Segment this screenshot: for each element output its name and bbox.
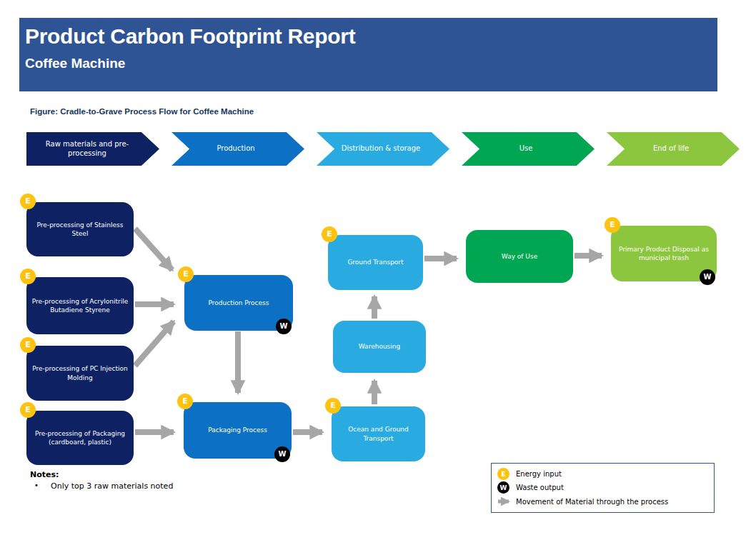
node-label: Pre-processing of Packaging (cardboard, … <box>31 429 129 446</box>
legend-movement-label: Movement of Material through the process <box>516 498 668 506</box>
node-preprocessing-stainless-steel: E Pre-processing of Stainless Steel <box>26 202 134 256</box>
node-ocean-and-ground-transport: E Ocean and Ground Transport <box>332 406 425 461</box>
waste-output-badge: W <box>274 446 290 462</box>
node-label: Pre-processing of PC Injection Molding <box>31 364 129 381</box>
energy-input-icon: E <box>497 468 509 480</box>
node-label: Primary Product Disposal as municipal tr… <box>615 245 712 262</box>
legend-waste-label: Waste output <box>516 484 564 491</box>
energy-input-badge: E <box>605 217 620 233</box>
node-warehousing: Warehousing <box>333 321 426 373</box>
legend-energy-icon-wrap: E <box>497 468 516 480</box>
waste-output-badge: W <box>276 319 292 334</box>
node-preprocessing-abs: E Pre-processing of Acrylonitrile Butadi… <box>26 277 134 334</box>
energy-input-badge: E <box>177 394 193 409</box>
node-label: Packaging Process <box>208 426 267 434</box>
node-primary-product-disposal: E Primary Product Disposal as municipal … <box>611 226 717 281</box>
energy-input-badge: E <box>325 398 341 414</box>
arrow-pc-to-production <box>135 321 174 366</box>
node-packaging-process: E Packaging Process W <box>184 402 292 459</box>
node-label: Pre-processing of Acrylonitrile Butadien… <box>31 297 129 314</box>
notes-item: • Only top 3 raw materials noted <box>30 481 173 491</box>
node-label: Pre-processing of Stainless Steel <box>31 221 129 238</box>
legend-row-waste: W Waste output <box>497 481 708 494</box>
waste-output-badge: W <box>700 269 715 285</box>
node-ground-transport: E Ground Transport <box>328 235 423 290</box>
energy-input-badge: E <box>20 337 36 353</box>
node-way-of-use: Way of Use <box>466 230 573 283</box>
legend-energy-label: Energy input <box>516 470 562 478</box>
arrow-stainless-to-production <box>135 229 172 270</box>
notes-heading: Notes: <box>30 470 173 479</box>
movement-arrow-glyph <box>497 497 514 506</box>
movement-arrow-icon <box>497 497 516 506</box>
node-label: Way of Use <box>502 252 537 261</box>
node-production-process: E Production Process W <box>184 275 293 331</box>
node-label: Ocean and Ground Transport <box>336 425 421 442</box>
energy-input-badge: E <box>178 266 194 282</box>
node-preprocessing-pc-injection-molding: E Pre-processing of PC Injection Molding <box>26 346 134 401</box>
energy-input-badge: E <box>20 402 36 418</box>
notes-item-text: Only top 3 raw materials noted <box>51 481 173 491</box>
node-label: Warehousing <box>359 342 400 351</box>
legend-box: E Energy input W Waste output Movement o… <box>491 463 715 513</box>
legend-row-movement: Movement of Material through the process <box>497 495 708 509</box>
bullet-glyph: • <box>34 481 41 491</box>
waste-output-icon: W <box>497 481 509 494</box>
node-label: Production Process <box>209 299 269 307</box>
energy-input-badge: E <box>322 226 337 242</box>
node-preprocessing-packaging: E Pre-processing of Packaging (cardboard… <box>26 411 134 465</box>
notes-block: Notes: • Only top 3 raw materials noted <box>30 470 173 491</box>
report-page: Product Carbon Footprint Report Coffee M… <box>0 0 756 540</box>
node-label: Ground Transport <box>347 258 403 266</box>
legend-row-energy: E Energy input <box>497 467 708 481</box>
energy-input-badge: E <box>20 194 36 209</box>
legend-waste-icon-wrap: W <box>497 481 516 494</box>
energy-input-badge: E <box>20 269 36 284</box>
